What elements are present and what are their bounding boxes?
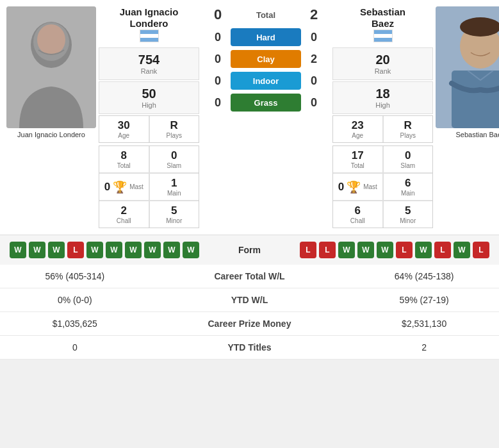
player2-mast-box: 0 🏆 Mast xyxy=(333,174,382,200)
form-badge: L xyxy=(473,242,489,258)
form-badge: W xyxy=(338,242,355,258)
form-badge: W xyxy=(48,242,65,258)
player2-rank-value: 20 xyxy=(336,53,430,67)
total-row: 0 Total 2 xyxy=(202,6,330,23)
player1-slam-box: 0 Slam xyxy=(150,146,199,172)
player1-name: Juan Ignacio Londero xyxy=(99,6,199,29)
p2-prize: $2,531,130 xyxy=(349,312,499,336)
player1-total-value: 8 xyxy=(102,149,146,162)
titles-row: 0 YTD Titles 2 xyxy=(0,336,499,360)
grass-badge: Grass xyxy=(231,94,301,112)
player2-minor-box: 5 Minor xyxy=(384,201,433,228)
p2-indoor-score: 0 xyxy=(304,74,323,88)
form-badge: L xyxy=(67,242,84,258)
player2-total-label: Total xyxy=(336,162,380,169)
player1-plays-value: R xyxy=(152,119,197,132)
player2-form: LLWWWLWLWL xyxy=(300,242,489,258)
player2-plays-label: Plays xyxy=(386,132,430,139)
p1-total-score: 0 xyxy=(208,6,227,23)
grass-row: 0 Grass 0 xyxy=(202,94,330,112)
form-badge: W xyxy=(163,242,180,258)
player1-age-value: 30 xyxy=(102,119,146,132)
player1-main-label: Main xyxy=(152,190,197,197)
form-badge: L xyxy=(300,242,316,258)
clay-badge: Clay xyxy=(231,50,301,68)
player1-name-below: Juan Ignacio Londero xyxy=(17,131,85,138)
player2-total-value: 17 xyxy=(336,149,380,162)
player1-slam-label: Slam xyxy=(152,162,197,169)
p2-hard-score: 0 xyxy=(304,31,323,44)
player2-name-below: Sebastian Baez xyxy=(455,131,499,138)
form-badge: L xyxy=(319,242,336,258)
player2-rank-label: Rank xyxy=(336,67,430,75)
player1-rank-box: 754 Rank xyxy=(99,47,199,80)
player2-age-value: 23 xyxy=(336,119,380,132)
player2-age-box: 23 Age xyxy=(333,116,382,142)
p1-grass-score: 0 xyxy=(208,96,227,110)
form-badge: W xyxy=(10,242,26,258)
p1-clay-score: 0 xyxy=(208,53,227,66)
form-badge: W xyxy=(86,242,103,258)
player1-total-label: Total xyxy=(102,162,146,169)
player1-photo xyxy=(6,6,96,128)
form-badge: W xyxy=(377,242,393,258)
player2-slam-value: 0 xyxy=(386,149,430,162)
player2-high-label: High xyxy=(336,101,430,109)
form-badge: W xyxy=(125,242,142,258)
player1-main-value: 1 xyxy=(152,177,197,190)
player2-rank-box: 20 Rank xyxy=(332,47,433,80)
player2-mast-label: Mast xyxy=(363,183,377,190)
form-badge: W xyxy=(415,242,432,258)
player1-title-stats: 8 Total 0 Slam 0 🏆 Mast 1 Main 2 xyxy=(99,145,199,228)
prize-label: Career Prize Money xyxy=(150,312,350,336)
p2-clay-score: 2 xyxy=(304,53,323,66)
player2-high-value: 18 xyxy=(336,87,430,101)
p1-titles: 0 xyxy=(0,336,150,360)
hard-badge: Hard xyxy=(231,28,301,46)
player2-photo xyxy=(436,6,499,128)
player1-rank-value: 754 xyxy=(102,53,196,67)
player1-chall-box: 2 Chall xyxy=(99,201,149,228)
ytd-wl-label: YTD W/L xyxy=(150,288,350,312)
svg-point-3 xyxy=(37,24,65,55)
player1-chall-value: 2 xyxy=(102,204,146,217)
titles-label: YTD Titles xyxy=(150,336,350,360)
player2-slam-box: 0 Slam xyxy=(384,146,433,172)
clay-row: 0 Clay 2 xyxy=(202,50,330,68)
form-badge: W xyxy=(183,242,199,258)
hard-row: 0 Hard 0 xyxy=(202,28,330,46)
indoor-badge: Indoor xyxy=(231,72,301,90)
player1-main-box: 1 Main xyxy=(150,174,199,200)
p1-career-wl: 56% (405-314) xyxy=(0,265,150,288)
player1-slam-value: 0 xyxy=(152,149,197,162)
form-badge: W xyxy=(454,242,470,258)
player2-high-box: 18 High xyxy=(332,81,433,114)
player1-mast-box: 0 🏆 Mast xyxy=(99,174,149,200)
form-badge: W xyxy=(29,242,45,258)
form-badge: W xyxy=(106,242,122,258)
player2-minor-value: 5 xyxy=(386,204,430,217)
player1-trophy-icon: 🏆 xyxy=(113,180,127,194)
player1-high-label: High xyxy=(102,101,196,109)
player1-rank-label: Rank xyxy=(102,67,196,75)
center-column: 0 Total 2 0 Hard 0 0 Clay 2 xyxy=(202,6,330,228)
svg-point-7 xyxy=(460,17,499,37)
svg-rect-5 xyxy=(452,71,499,128)
player1-mast-value: 0 xyxy=(104,181,110,194)
career-stats-table: 56% (405-314) Career Total W/L 64% (245-… xyxy=(0,265,499,360)
form-label: Form xyxy=(238,245,261,255)
player2-main-box: 6 Main xyxy=(384,174,433,200)
player1-age-label: Age xyxy=(102,132,146,139)
player2-flag xyxy=(373,29,393,42)
player1-mast-label: Mast xyxy=(129,183,143,190)
form-badge: L xyxy=(396,242,413,258)
p2-career-wl: 64% (245-138) xyxy=(349,265,499,288)
player2-trophy-icon: 🏆 xyxy=(347,180,361,194)
form-badge: W xyxy=(144,242,161,258)
player2-name: Sebastian Baez xyxy=(332,6,433,29)
prize-row: $1,035,625 Career Prize Money $2,531,130 xyxy=(0,312,499,336)
player1-age-plays: 30 Age R Plays xyxy=(99,115,199,143)
career-wl-label: Career Total W/L xyxy=(150,265,350,288)
player1-minor-box: 5 Minor xyxy=(150,201,199,228)
total-label: Total xyxy=(256,10,275,20)
